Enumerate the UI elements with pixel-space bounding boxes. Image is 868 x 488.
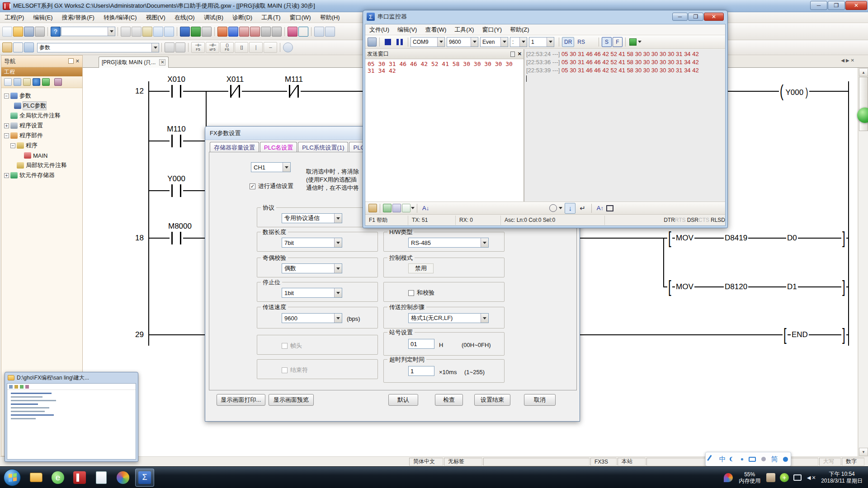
sm-menu-edit[interactable]: 编辑(V): [393, 26, 421, 34]
start-button[interactable]: [4, 469, 21, 486]
comm-setting-checkbox[interactable]: ✓进行通信设置: [250, 182, 293, 190]
tree-item-program-setting[interactable]: + 程序设置: [4, 121, 82, 131]
minimize-button[interactable]: ─: [810, 1, 827, 10]
auto-refresh-icon[interactable]: [383, 204, 392, 212]
close-button[interactable]: ✕: [845, 1, 867, 10]
taskbar-red-app[interactable]: [70, 469, 89, 487]
navigation-window-icon[interactable]: [13, 42, 23, 52]
device-display-icon[interactable]: [288, 27, 297, 37]
pause-icon[interactable]: [396, 39, 403, 45]
stop-icon[interactable]: [385, 39, 391, 45]
header-checkbox[interactable]: 帧头: [282, 342, 302, 350]
close-button[interactable]: ✕: [704, 13, 724, 21]
parameter-editor-icon[interactable]: [202, 27, 212, 37]
stop-bits-select[interactable]: 1: [529, 37, 554, 47]
sum-check-checkbox[interactable]: 和校验: [408, 289, 434, 297]
pin-icon[interactable]: [68, 58, 74, 64]
vertical-line-tool[interactable]: │: [249, 42, 263, 53]
menu-find[interactable]: 搜索/替换(F): [57, 14, 99, 22]
save-icon[interactable]: [24, 27, 34, 37]
device-comment-icon[interactable]: [180, 27, 190, 37]
tree-item-global-comment[interactable]: 全局软元件注释: [4, 111, 82, 121]
timeout-input[interactable]: [408, 366, 434, 376]
output-coil-y000[interactable]: ( Y000 ): [779, 85, 809, 98]
maximize-button[interactable]: ❐: [688, 13, 703, 21]
preview-thumbnail[interactable]: [7, 383, 136, 460]
window-cascade-icon[interactable]: [325, 27, 335, 37]
channel-select[interactable]: CH1: [251, 162, 291, 172]
hw-type-select[interactable]: RS-485: [408, 238, 489, 248]
minimize-button[interactable]: ─: [672, 13, 688, 21]
device-display2-icon[interactable]: [298, 27, 308, 37]
tree-item-main[interactable]: MAIN: [4, 150, 82, 160]
collapse-icon[interactable]: −: [10, 143, 15, 148]
close-panel-icon[interactable]: ✕: [518, 51, 522, 57]
memory-usage-widget[interactable]: 55% 内存使用: [739, 471, 760, 484]
tab-close-icon[interactable]: ✕: [159, 59, 165, 66]
tree-item-plc-parameter[interactable]: PLC参数: [4, 101, 82, 111]
taskbar-browser[interactable]: e: [48, 469, 67, 487]
properties-icon[interactable]: [368, 204, 377, 212]
menu-window[interactable]: 窗口(W): [285, 14, 316, 22]
font-larger-icon[interactable]: A↑: [597, 205, 604, 211]
font-smaller-icon[interactable]: A↓: [422, 205, 429, 211]
horizontal-line-tool[interactable]: ─: [264, 42, 277, 53]
cut-icon[interactable]: [121, 27, 131, 37]
sm-menu-file[interactable]: 文件(U): [365, 26, 393, 34]
tree-item-parameter[interactable]: − 参数: [4, 91, 82, 101]
document-tab-main[interactable]: [PRG]读取 MAIN (只... ✕: [99, 56, 169, 68]
menu-debug[interactable]: 调试(B): [199, 14, 228, 22]
nc-contact-x011[interactable]: [228, 85, 242, 98]
nav-info-icon[interactable]: [33, 78, 40, 86]
menu-compile[interactable]: 转换/编译(C): [99, 14, 142, 22]
connect-options-icon[interactable]: [638, 41, 642, 43]
write-to-plc-icon[interactable]: [217, 27, 227, 37]
default-button[interactable]: 默认: [388, 394, 418, 406]
clock[interactable]: 下午 10:54 2018/3/11 星期日: [821, 471, 863, 484]
log-list-icon[interactable]: [392, 204, 401, 212]
watch-window2-icon[interactable]: [272, 27, 282, 37]
operand-d1[interactable]: D1: [786, 282, 798, 291]
nav-new-icon[interactable]: [4, 78, 12, 86]
tab-scroll-right-icon[interactable]: ▶: [846, 58, 849, 63]
close-nav-icon[interactable]: ✕: [75, 58, 80, 64]
pen-icon[interactable]: [707, 455, 715, 463]
station-input[interactable]: [408, 339, 434, 349]
instruction-mov-2[interactable]: MOV: [675, 282, 694, 291]
close-contact-tool[interactable]: ⊣/⊢sF5: [206, 42, 219, 53]
tree-item-local-comment[interactable]: 局部软元件注释: [4, 160, 82, 170]
tray-user-icon[interactable]: [766, 473, 775, 482]
cancel-button[interactable]: 取消: [524, 394, 556, 406]
taskbar-serial-monitor[interactable]: Σ: [135, 469, 154, 487]
simplified-icon[interactable]: 简: [771, 455, 778, 464]
chinese-mode-icon[interactable]: 中: [719, 455, 726, 464]
settings-gear-icon[interactable]: [783, 457, 788, 462]
help-icon[interactable]: ?: [51, 27, 61, 37]
read-from-plc-icon[interactable]: [228, 27, 238, 37]
open-contact-tool[interactable]: ⊣⊢F5: [191, 42, 205, 53]
project-section-header[interactable]: 工程: [1, 67, 82, 76]
expand-icon[interactable]: +: [4, 123, 9, 128]
send-data[interactable]: 05 30 31 46 46 42 52 41 58 30 30 30 30 3…: [365, 59, 524, 75]
tray-network-icon[interactable]: [793, 474, 802, 481]
collapse-icon[interactable]: −: [4, 133, 9, 138]
com-port-select[interactable]: COM9: [410, 37, 445, 47]
instruction-end[interactable]: END: [791, 330, 809, 339]
operand-d8419[interactable]: D8419: [724, 234, 748, 243]
nav-paste-icon[interactable]: [23, 78, 31, 86]
no-contact-x010[interactable]: [170, 85, 183, 98]
tab-scroll-left-icon[interactable]: ◀: [841, 58, 844, 63]
save-log-icon[interactable]: [368, 38, 377, 47]
nav-copy-icon[interactable]: [14, 78, 21, 86]
rts-toggle[interactable]: RS: [575, 37, 587, 47]
fullscreen-icon[interactable]: [606, 205, 613, 211]
tab-list-close-icon[interactable]: ✕: [851, 58, 854, 63]
menu-project[interactable]: 工程(P): [0, 14, 28, 22]
print-screen-button[interactable]: 显示画面打印...: [217, 394, 265, 406]
finish-button[interactable]: 设置结束: [474, 394, 510, 406]
no-contact-m8000[interactable]: [170, 232, 183, 244]
menu-diagnostics[interactable]: 诊断(D): [228, 14, 257, 22]
taskbar-explorer[interactable]: [27, 469, 46, 487]
taskbar-notepad[interactable]: [92, 469, 111, 487]
menu-help[interactable]: 帮助(H): [316, 14, 344, 22]
